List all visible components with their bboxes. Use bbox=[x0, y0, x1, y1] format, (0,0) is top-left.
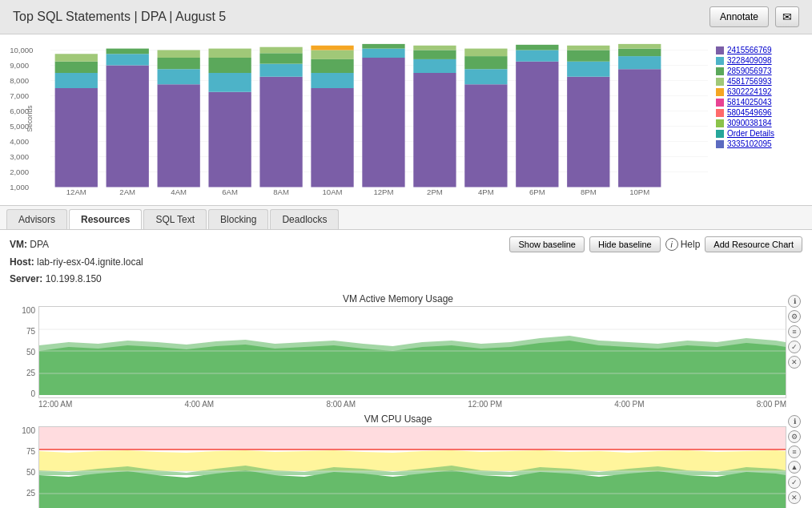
cpu-info-icon[interactable]: ℹ bbox=[788, 415, 801, 428]
vm-details: VM: DPA Host: lab-riy-esx-04.ignite.loca… bbox=[10, 236, 143, 288]
svg-text:10PM: 10PM bbox=[629, 188, 649, 195]
svg-text:Seconds: Seconds bbox=[25, 105, 34, 132]
svg-text:8PM: 8PM bbox=[581, 188, 597, 195]
svg-rect-58 bbox=[567, 77, 609, 187]
svg-rect-36 bbox=[259, 64, 302, 77]
svg-rect-21 bbox=[55, 73, 98, 88]
legend-label[interactable]: Order Details bbox=[727, 129, 774, 138]
svg-rect-63 bbox=[618, 56, 661, 69]
svg-rect-29 bbox=[158, 58, 200, 69]
cpu-close-icon[interactable]: ✕ bbox=[788, 491, 801, 504]
tab-blocking[interactable]: Blocking bbox=[208, 209, 268, 229]
cpu-list-icon[interactable]: ≡ bbox=[788, 446, 801, 458]
hide-baseline-button[interactable]: Hide baseline bbox=[589, 236, 661, 252]
legend-label[interactable]: 3335102095 bbox=[727, 139, 772, 148]
legend-label[interactable]: 3090038184 bbox=[727, 119, 772, 127]
tab-resources[interactable]: Resources bbox=[69, 209, 142, 229]
svg-text:4PM: 4PM bbox=[478, 188, 494, 195]
memory-settings-icon[interactable]: ⚙ bbox=[788, 310, 801, 323]
vm-controls: Show baseline Hide baseline i Help Add R… bbox=[509, 236, 802, 252]
svg-rect-64 bbox=[618, 49, 661, 57]
tabs-bar: AdvisorsResourcesSQL TextBlockingDeadloc… bbox=[0, 206, 812, 230]
cpu-chart-title: VM CPU Usage bbox=[10, 413, 786, 425]
annotate-button[interactable]: Annotate bbox=[709, 6, 769, 27]
tab-deadlocks[interactable]: Deadlocks bbox=[270, 209, 339, 229]
legend-color-swatch bbox=[716, 99, 724, 107]
legend-item: 3228409098 bbox=[716, 56, 804, 65]
legend-label[interactable]: 5804549696 bbox=[727, 108, 772, 117]
svg-rect-54 bbox=[464, 49, 507, 57]
svg-rect-45 bbox=[362, 49, 404, 58]
svg-marker-87 bbox=[39, 450, 786, 471]
header: Top SQL Statements | DPA | August 5 Anno… bbox=[0, 0, 812, 34]
legend-color-swatch bbox=[716, 109, 724, 117]
show-baseline-button[interactable]: Show baseline bbox=[509, 236, 585, 252]
legend-color-swatch bbox=[716, 78, 724, 86]
svg-rect-51 bbox=[464, 84, 507, 187]
memory-close-icon[interactable]: ✕ bbox=[788, 356, 801, 369]
legend-color-swatch bbox=[716, 67, 724, 75]
legend-color-swatch bbox=[716, 130, 724, 138]
memory-info-icon[interactable]: ℹ bbox=[788, 295, 801, 308]
svg-rect-85 bbox=[39, 427, 786, 450]
header-actions: Annotate ✉ bbox=[709, 6, 799, 27]
legend-color-swatch bbox=[716, 46, 724, 54]
legend-label[interactable]: 3228409098 bbox=[727, 56, 772, 65]
svg-text:2PM: 2PM bbox=[427, 188, 443, 195]
svg-rect-53 bbox=[464, 56, 507, 69]
svg-text:2AM: 2AM bbox=[119, 188, 135, 195]
legend-label[interactable]: 2859056973 bbox=[727, 67, 772, 75]
svg-rect-32 bbox=[208, 73, 251, 92]
svg-rect-27 bbox=[158, 84, 200, 187]
cpu-chart: VM CPU Usage 100 75 50 25 0 bbox=[10, 413, 786, 508]
legend-item: 2859056973 bbox=[716, 67, 804, 75]
legend-item: 2415566769 bbox=[716, 46, 804, 54]
tab-advisors[interactable]: Advisors bbox=[6, 209, 67, 229]
memory-list-icon[interactable]: ≡ bbox=[788, 325, 801, 338]
vm-info-row: VM: DPA Host: lab-riy-esx-04.ignite.loca… bbox=[10, 236, 802, 288]
mail-button[interactable]: ✉ bbox=[775, 6, 799, 27]
svg-rect-42 bbox=[311, 50, 353, 59]
cpu-up-icon[interactable]: ▲ bbox=[788, 461, 801, 474]
svg-rect-34 bbox=[208, 49, 251, 58]
memory-chart: VM Active Memory Usage 100 75 50 25 0 bbox=[10, 293, 786, 409]
cpu-y-axis: 100 75 50 25 0 bbox=[10, 426, 38, 508]
svg-rect-49 bbox=[413, 50, 456, 59]
svg-text:7,000: 7,000 bbox=[10, 93, 29, 100]
svg-rect-43 bbox=[311, 46, 353, 50]
svg-text:4AM: 4AM bbox=[171, 188, 187, 195]
svg-rect-61 bbox=[567, 46, 609, 50]
vm-value: DPA bbox=[30, 239, 49, 250]
memory-check-icon[interactable]: ✓ bbox=[788, 341, 801, 353]
add-resource-chart-button[interactable]: Add Resource Chart bbox=[705, 236, 802, 252]
legend-item: 5814025043 bbox=[716, 98, 804, 107]
legend-label[interactable]: 5814025043 bbox=[727, 98, 772, 107]
tab-sql-text[interactable]: SQL Text bbox=[143, 209, 207, 229]
legend-label[interactable]: 6302224192 bbox=[727, 87, 772, 96]
svg-rect-40 bbox=[311, 73, 353, 88]
legend-label[interactable]: 4581756993 bbox=[727, 77, 772, 86]
svg-text:8AM: 8AM bbox=[273, 188, 289, 195]
memory-chart-icons: ℹ ⚙ ≡ ✓ ✕ bbox=[786, 293, 802, 409]
legend-label[interactable]: 2415566769 bbox=[727, 46, 772, 54]
svg-text:10AM: 10AM bbox=[323, 188, 343, 195]
svg-rect-47 bbox=[413, 73, 456, 187]
svg-rect-56 bbox=[516, 50, 558, 62]
svg-rect-48 bbox=[413, 59, 456, 73]
svg-text:12PM: 12PM bbox=[373, 188, 393, 195]
host-label: Host: bbox=[10, 256, 34, 268]
cpu-settings-icon[interactable]: ⚙ bbox=[788, 430, 801, 443]
svg-rect-30 bbox=[158, 50, 200, 58]
svg-rect-39 bbox=[311, 88, 353, 187]
svg-marker-88 bbox=[39, 470, 786, 508]
help-button[interactable]: i Help bbox=[665, 238, 701, 251]
page-title: Top SQL Statements | DPA | August 5 bbox=[13, 10, 226, 24]
cpu-check-icon[interactable]: ✓ bbox=[788, 476, 801, 489]
chart-legend: 2415566769 3228409098 2859056973 4581756… bbox=[716, 42, 804, 197]
svg-rect-62 bbox=[618, 69, 661, 187]
legend-color-swatch bbox=[716, 88, 724, 96]
memory-chart-title: VM Active Memory Usage bbox=[10, 293, 786, 304]
legend-item: 3335102095 bbox=[716, 139, 804, 148]
legend-item: Order Details bbox=[716, 129, 804, 138]
legend-color-swatch bbox=[716, 57, 724, 65]
